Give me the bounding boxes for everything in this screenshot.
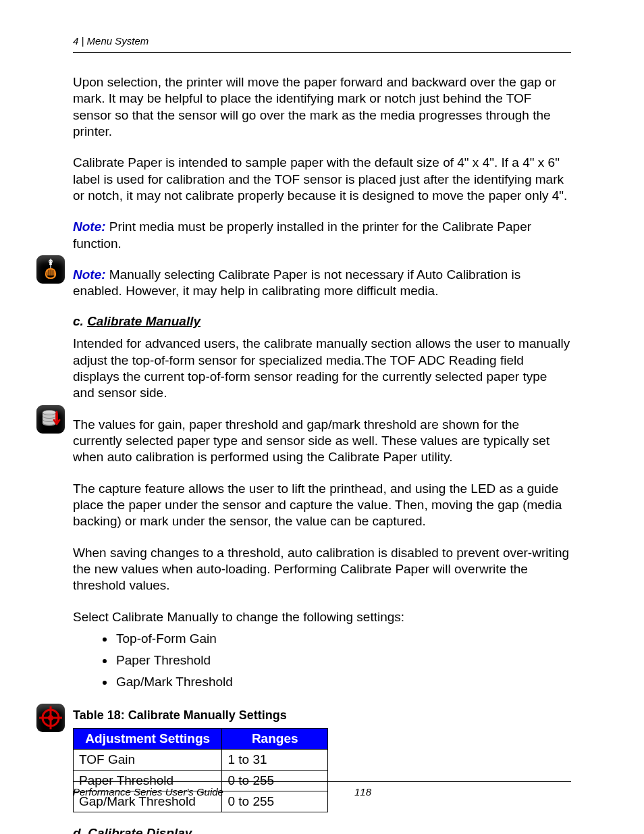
table-caption: Table 18: Calibrate Manually Settings	[73, 708, 571, 723]
list-item: Top-of-Form Gain	[115, 628, 571, 650]
note-label: Note:	[73, 267, 106, 282]
table-header-cell: Adjustment Settings	[74, 728, 222, 749]
calibrate-display-icon	[36, 704, 65, 732]
page-header: 4 | Menu System	[73, 35, 571, 47]
paragraph: Intended for advanced users, the calibra…	[73, 336, 571, 401]
document-page: 4 | Menu System	[0, 0, 644, 834]
table-cell: TOF Gain	[74, 749, 222, 770]
page-footer: Performance Series User's Guide 118	[73, 781, 571, 798]
page-number: 118	[354, 786, 371, 798]
capture-database-icon	[36, 405, 65, 434]
note: Note: Manually selecting Calibrate Paper…	[73, 267, 571, 300]
table-header-cell: Ranges	[222, 728, 328, 749]
header-rule	[73, 52, 571, 53]
section-heading-c: c. Calibrate Manually	[73, 314, 571, 329]
paragraph: Upon selection, the printer will move th…	[73, 74, 571, 140]
list-item: Paper Threshold	[115, 650, 571, 671]
paragraph: When saving changes to a threshold, auto…	[73, 545, 571, 594]
footer-title: Performance Series User's Guide	[73, 786, 223, 798]
paragraph: The values for gain, paper threshold and…	[73, 417, 571, 466]
calibrate-manually-settings-table: Adjustment Settings Ranges TOF Gain 1 to…	[73, 728, 328, 812]
calibrate-manually-icon	[36, 255, 65, 284]
note-label: Note:	[73, 219, 106, 234]
settings-bullet-list: Top-of-Form Gain Paper Threshold Gap/Mar…	[73, 628, 571, 694]
section-heading-d: d. Calibrate Display	[73, 826, 571, 834]
paragraph: The capture feature allows the user to l…	[73, 481, 571, 530]
list-item: Gap/Mark Threshold	[115, 671, 571, 693]
table-cell: 1 to 31	[222, 749, 328, 770]
table-header-row: Adjustment Settings Ranges	[74, 728, 328, 749]
note: Note: Print media must be properly insta…	[73, 219, 571, 252]
paragraph: Select Calibrate Manually to change the …	[73, 609, 571, 625]
footer-rule	[73, 781, 571, 782]
table-row: TOF Gain 1 to 31	[74, 749, 328, 770]
paragraph: Calibrate Paper is intended to sample pa…	[73, 155, 571, 204]
chapter-title: Menu System	[87, 35, 149, 47]
